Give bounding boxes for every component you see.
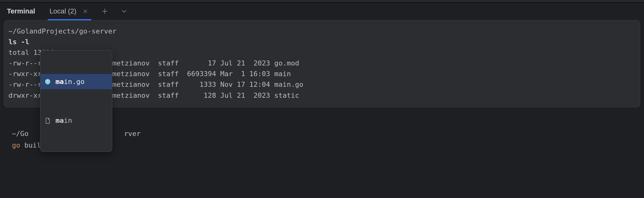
prompt-cwd-left: ~/Go bbox=[12, 130, 29, 138]
close-tab-icon[interactable] bbox=[81, 7, 90, 16]
terminal-area: ~/GolandProjects/go-server ls -l total 1… bbox=[0, 20, 644, 190]
tab-menu-chevron-icon[interactable] bbox=[118, 5, 130, 18]
completion-item[interactable]: main.go bbox=[40, 74, 112, 89]
terminal-tab-bar: Terminal Local (2) bbox=[0, 3, 644, 20]
prompt-cwd-right: rver bbox=[124, 130, 141, 138]
new-tab-icon[interactable] bbox=[98, 5, 111, 18]
completion-item[interactable]: main bbox=[40, 113, 112, 128]
completion-label: main bbox=[55, 115, 72, 126]
terminal-prompt-area[interactable]: ~/Go rver go build main.go main.go bbox=[4, 107, 640, 186]
svg-point-4 bbox=[49, 81, 49, 81]
window-top-strip bbox=[0, 0, 644, 3]
output-cwd: ~/GolandProjects/go-server bbox=[8, 27, 116, 35]
completion-label: main.go bbox=[55, 76, 85, 87]
prompt-command-word: go bbox=[12, 141, 20, 149]
file-icon bbox=[44, 117, 52, 125]
completion-popup: main.go main bbox=[40, 50, 112, 152]
tab-label: Local (2) bbox=[50, 7, 77, 15]
svg-point-3 bbox=[46, 81, 47, 81]
svg-point-0 bbox=[45, 79, 50, 85]
gopher-icon bbox=[44, 77, 52, 86]
terminal-tab-local[interactable]: Local (2) bbox=[48, 3, 92, 20]
output-command: ls -l bbox=[8, 38, 29, 46]
svg-point-5 bbox=[47, 82, 49, 83]
panel-title: Terminal bbox=[7, 7, 35, 15]
